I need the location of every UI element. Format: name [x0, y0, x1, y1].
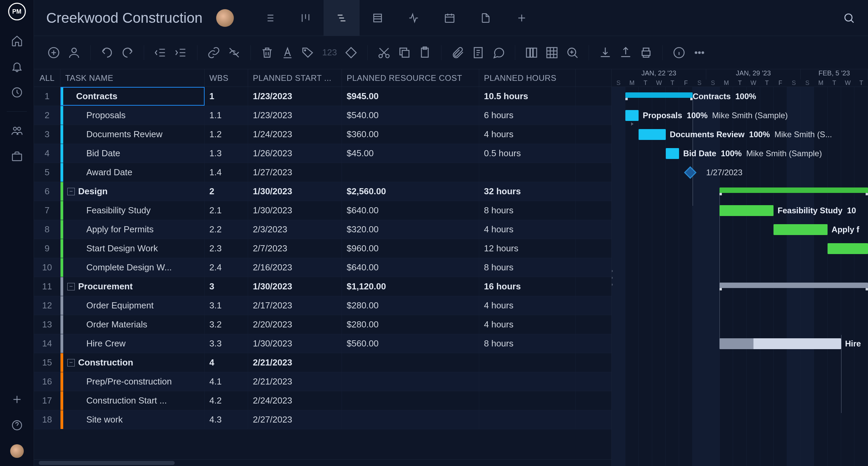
table-row[interactable]: 1Contracts11/23/2023$945.0010.5 hours	[34, 87, 611, 106]
view-list[interactable]	[251, 0, 288, 36]
gantt-summary-bar[interactable]	[719, 187, 868, 193]
cell-start-date[interactable]: 2/21/2023	[248, 372, 342, 391]
search-icon[interactable]	[842, 11, 856, 25]
collapse-icon[interactable]: −	[67, 283, 75, 290]
table-row[interactable]: 6−Design21/30/2023$2,560.0032 hours	[34, 182, 611, 201]
activity-icon[interactable]	[10, 86, 24, 99]
cell-cost[interactable]: $45.00	[342, 144, 479, 163]
cell-wbs[interactable]: 3.3	[205, 334, 248, 353]
gantt-task-bar[interactable]	[666, 148, 679, 159]
cell-task-name[interactable]: Proposals	[60, 106, 205, 125]
notes-icon[interactable]	[471, 45, 486, 60]
project-owner-avatar[interactable]	[216, 9, 234, 27]
comments-icon[interactable]	[491, 45, 506, 60]
cell-hours[interactable]	[479, 353, 576, 372]
table-row[interactable]: 7Feasibility Study2.11/30/2023$640.008 h…	[34, 201, 611, 220]
cell-start-date[interactable]: 2/27/2023	[248, 410, 342, 429]
export-icon[interactable]	[618, 45, 633, 60]
cell-cost[interactable]: $945.00	[342, 87, 479, 106]
table-row[interactable]: 11−Procurement31/30/2023$1,120.0016 hour…	[34, 277, 611, 296]
table-row[interactable]: 13Order Materials3.22/20/2023$280.004 ho…	[34, 315, 611, 334]
cell-start-date[interactable]: 2/3/2023	[248, 220, 342, 239]
user-avatar[interactable]	[10, 444, 24, 458]
cell-hours[interactable]: 4 hours	[479, 220, 576, 239]
horizontal-scrollbar[interactable]	[34, 459, 611, 466]
cell-wbs[interactable]: 1.3	[205, 144, 248, 163]
delete-icon[interactable]	[260, 45, 275, 60]
cell-wbs[interactable]: 4	[205, 353, 248, 372]
cell-start-date[interactable]: 1/30/2023	[248, 201, 342, 220]
column-header-hours[interactable]: PLANNED HOURS	[479, 69, 576, 87]
link-icon[interactable]	[206, 45, 221, 60]
table-row[interactable]: 15−Construction42/21/2023	[34, 353, 611, 372]
cell-start-date[interactable]: 1/30/2023	[248, 334, 342, 353]
cell-cost[interactable]: $640.00	[342, 201, 479, 220]
cell-start-date[interactable]: 2/16/2023	[248, 258, 342, 277]
cell-hours[interactable]: 6 hours	[479, 106, 576, 125]
text-color-icon[interactable]	[280, 45, 295, 60]
cell-hours[interactable]: 16 hours	[479, 277, 576, 296]
cell-hours[interactable]	[479, 372, 576, 391]
column-header-cost[interactable]: PLANNED RESOURCE COST	[342, 69, 479, 87]
cell-wbs[interactable]: 1.2	[205, 125, 248, 144]
cell-start-date[interactable]: 1/27/2023	[248, 163, 342, 182]
cell-cost[interactable]: $280.00	[342, 296, 479, 315]
cell-wbs[interactable]: 2.1	[205, 201, 248, 220]
cell-task-name[interactable]: −Procurement	[60, 277, 205, 296]
cell-wbs[interactable]: 1	[205, 87, 248, 106]
cell-task-name[interactable]: Order Equipment	[60, 296, 205, 315]
cell-start-date[interactable]: 1/24/2023	[248, 125, 342, 144]
cell-cost[interactable]: $560.00	[342, 334, 479, 353]
redo-icon[interactable]	[120, 45, 135, 60]
cell-task-name[interactable]: Contracts	[60, 87, 205, 106]
cell-start-date[interactable]: 2/17/2023	[248, 296, 342, 315]
print-icon[interactable]	[639, 45, 654, 60]
column-header-task[interactable]: TASK NAME	[60, 69, 205, 87]
unlink-icon[interactable]	[227, 45, 242, 60]
cell-wbs[interactable]: 2.2	[205, 220, 248, 239]
cell-cost[interactable]: $640.00	[342, 258, 479, 277]
app-logo[interactable]: PM	[8, 3, 26, 20]
milestone-icon[interactable]	[344, 45, 359, 60]
table-row[interactable]: 17Construction Start ...4.22/24/2023	[34, 391, 611, 410]
grid-icon[interactable]	[544, 45, 559, 60]
gantt-body[interactable]: Contracts 100%Proposals 100% Mike Smith …	[612, 87, 868, 466]
cell-task-name[interactable]: Hire Crew	[60, 334, 205, 353]
paste-icon[interactable]	[417, 45, 432, 60]
cell-start-date[interactable]: 1/23/2023	[248, 87, 342, 106]
cell-cost[interactable]	[342, 353, 479, 372]
import-icon[interactable]	[598, 45, 613, 60]
cell-hours[interactable]: 4 hours	[479, 125, 576, 144]
cell-hours[interactable]: 10.5 hours	[479, 87, 576, 106]
cell-cost[interactable]: $1,120.00	[342, 277, 479, 296]
users-icon[interactable]	[10, 124, 24, 138]
view-calendar[interactable]	[432, 0, 468, 36]
indent-icon[interactable]	[173, 45, 188, 60]
cell-start-date[interactable]: 1/30/2023	[248, 182, 342, 201]
notifications-icon[interactable]	[10, 60, 24, 73]
gantt-task-bar[interactable]	[719, 205, 774, 216]
outdent-icon[interactable]	[153, 45, 168, 60]
cell-cost[interactable]	[342, 410, 479, 429]
cell-cost[interactable]	[342, 372, 479, 391]
zoom-icon[interactable]	[565, 45, 580, 60]
view-board[interactable]	[288, 0, 324, 36]
cell-cost[interactable]: $540.00	[342, 106, 479, 125]
cell-start-date[interactable]: 1/23/2023	[248, 106, 342, 125]
cell-cost[interactable]: $2,560.00	[342, 182, 479, 201]
gantt-task-bar[interactable]	[774, 224, 828, 235]
cell-hours[interactable]: 4 hours	[479, 315, 576, 334]
table-row[interactable]: 14Hire Crew3.31/30/2023$560.008 hours	[34, 334, 611, 353]
cell-start-date[interactable]: 1/26/2023	[248, 144, 342, 163]
view-workload[interactable]	[396, 0, 432, 36]
cell-task-name[interactable]: −Construction	[60, 353, 205, 372]
cell-hours[interactable]: 8 hours	[479, 334, 576, 353]
cell-hours[interactable]: 8 hours	[479, 201, 576, 220]
cell-wbs[interactable]: 2	[205, 182, 248, 201]
cell-wbs[interactable]: 3.1	[205, 296, 248, 315]
gantt-task-bar[interactable]	[828, 243, 868, 254]
table-row[interactable]: 18Site work4.32/27/2023	[34, 410, 611, 429]
pane-splitter[interactable]	[612, 268, 613, 288]
cell-task-name[interactable]: Documents Review	[60, 125, 205, 144]
more-icon[interactable]	[692, 45, 707, 60]
